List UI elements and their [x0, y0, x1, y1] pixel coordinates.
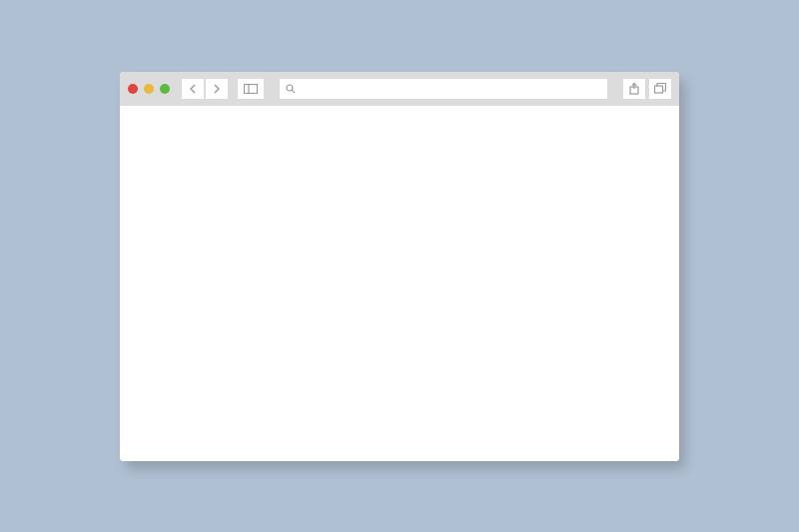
svg-point-2: [287, 85, 293, 91]
sidebar-toggle-button[interactable]: [238, 79, 264, 99]
forward-button[interactable]: [206, 79, 228, 99]
search-icon: [286, 84, 296, 94]
chevron-right-icon: [213, 84, 221, 94]
maximize-button[interactable]: [160, 84, 170, 94]
chevron-left-icon: [189, 84, 197, 94]
svg-rect-0: [245, 84, 258, 93]
viewport: [120, 106, 679, 461]
browser-window: [120, 72, 679, 461]
right-toolbar-group: [623, 79, 671, 99]
tabs-icon: [654, 83, 666, 94]
close-button[interactable]: [128, 84, 138, 94]
share-button[interactable]: [623, 79, 645, 99]
sidebar-icon: [244, 84, 258, 94]
minimize-button[interactable]: [144, 84, 154, 94]
traffic-lights: [128, 84, 170, 94]
tabs-button[interactable]: [649, 79, 671, 99]
address-bar[interactable]: [280, 79, 607, 99]
address-input[interactable]: [300, 83, 601, 95]
back-button[interactable]: [182, 79, 204, 99]
navigation-group: [182, 79, 228, 99]
toolbar: [120, 72, 679, 106]
svg-rect-6: [655, 86, 663, 93]
share-icon: [629, 83, 639, 95]
svg-line-3: [292, 90, 295, 93]
